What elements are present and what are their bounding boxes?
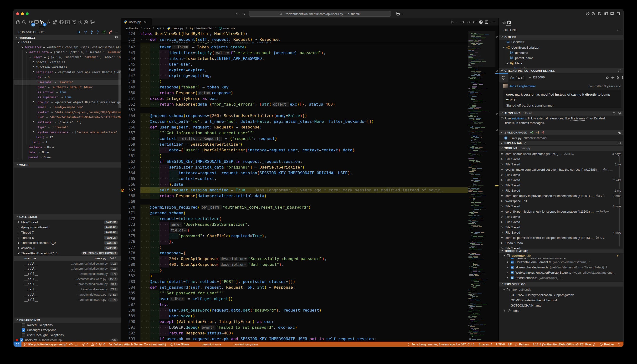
remote-indicator[interactable]	[14, 342, 22, 347]
status-blame[interactable]: Jens Langhammer, 3 years ago	[407, 342, 455, 347]
timeline-section-header[interactable]: TIMELINEusers.py	[499, 146, 624, 151]
outline-section-header[interactable]: OUTLINE	[499, 35, 624, 40]
breadcrumb-item-authentik[interactable]: authentik	[126, 26, 138, 30]
variables-row-is_superuser[interactable]: 'is_superuser' = True	[14, 95, 121, 100]
ellipsis-icon[interactable]	[114, 30, 118, 34]
ellipsis-icon[interactable]	[491, 20, 496, 24]
explorer-go-tools-row[interactable]: tools	[499, 308, 624, 313]
files-changed-section-header[interactable]: 1 FILE CHANGED+0~1-0	[499, 130, 624, 135]
todos-root-authentik[interactable]: authentik39	[499, 254, 624, 258]
variables-row-type[interactable]: 'type' = 'internal'	[14, 125, 121, 130]
explorer-go-section-header[interactable]: EXPLORER: GO	[499, 282, 624, 286]
timeline-item-12[interactable]: File Saved	[499, 214, 624, 219]
debug-continue-icon[interactable]	[77, 30, 81, 34]
timeline-item-2[interactable]: File Saved1 wk	[499, 162, 624, 167]
command-center[interactable]: ~/dev/authentik/authentik/core/api/users…	[249, 11, 391, 17]
call-stack-frame-call-2[interactable]: __call__.../enterprise/middleware.py39:1	[14, 266, 121, 271]
outline-item-attributes[interactable]: attributes	[499, 50, 624, 55]
variables-row-pk[interactable]: 'pk' = 6	[14, 74, 121, 80]
variables-row-initial_data[interactable]: initial_data = {'user': {'pk': 6, 'usern…	[14, 50, 121, 54]
breakpoint-row-2[interactable]: User Uncaught Exceptions	[14, 332, 121, 338]
outline-item-Meta[interactable]: Meta	[499, 60, 624, 66]
timeline-item-1[interactable]: File Saved	[499, 156, 624, 162]
timeline-item-13[interactable]: File Saved	[499, 219, 624, 224]
breakpoint-row-1[interactable]: Uncaught Exceptions	[14, 328, 121, 332]
variables-row-is_active[interactable]: 'is_active' = True	[14, 90, 121, 95]
arrow-left-icon[interactable]	[236, 12, 240, 16]
call-stack-frame-call-7[interactable]: __call__.../root/middleware.py275:1	[14, 292, 121, 297]
status-host[interactable]: beryjuio-home	[202, 342, 221, 347]
debug-restart-icon[interactable]	[102, 30, 106, 34]
timeline-item-7[interactable]: File Saved1 mo	[499, 188, 624, 193]
autolink-icon[interactable]	[612, 112, 616, 115]
variables-row-len[interactable]: len() = 1	[14, 140, 121, 145]
status-graph[interactable]	[75, 342, 78, 347]
breakpoint-row-0[interactable]: Raised Exceptions	[14, 322, 121, 328]
env-var-0[interactable]: GOENV=~/Library/Application Support/go/e…	[499, 292, 624, 298]
commit-files-group[interactable]: 12 ±	[509, 74, 526, 81]
layout-customize-icon[interactable]	[598, 12, 602, 16]
variables-row-username[interactable]: 'username' = 'akadmin'	[14, 80, 121, 84]
git-graph-icon[interactable]	[616, 76, 620, 80]
timeline-item-9[interactable]: Workspace Edit	[499, 198, 624, 204]
env-var-1[interactable]: GOMOD=~/dev/authentik/go.mod	[499, 298, 624, 303]
timeline-item-16[interactable]: core: fix permission check for scoped im…	[499, 235, 624, 240]
status-eol[interactable]: LF	[508, 342, 512, 347]
status-cursor-position[interactable]: Ln 567, Col 1	[456, 342, 475, 347]
breadcrumb-item-core[interactable]: core	[144, 26, 150, 30]
debug-step-into-icon[interactable]	[90, 30, 94, 34]
call-stack-frame-userme-0[interactable]: user_meusers.py567:1	[14, 256, 121, 261]
variables-row-parent[interactable]: parent = None	[14, 155, 121, 160]
gitlens-commit-details-header[interactable]: GITLENS: INSPECT: COMMIT DETAILS	[499, 68, 624, 73]
breadcrumb-item-userme[interactable]: user_me	[223, 26, 235, 30]
breakpoints-section-header[interactable]: BREAKPOINTS	[14, 318, 121, 323]
status-live-share[interactable]: Live Share	[170, 342, 189, 347]
copilot-button[interactable]	[396, 11, 404, 16]
prev-change-icon[interactable]	[460, 20, 464, 24]
breakpoint-checkbox[interactable]	[22, 323, 25, 327]
timeline-item-6[interactable]: File Saved	[499, 182, 624, 188]
jira-issues-link[interactable]: Jira issues	[570, 116, 585, 120]
env-var-2[interactable]: GOTOOLCHAIN=auto	[499, 303, 624, 308]
status-indentation[interactable]: Spaces: 4	[478, 342, 492, 347]
variables-row[interactable]: function variables	[14, 64, 121, 70]
explain-ai-section-header[interactable]: EXPLAIN (AI)	[499, 141, 624, 146]
todo-file-2[interactable]: TSak-search-select-view.ts(web/src/eleme…	[499, 264, 624, 270]
gitlens-graph-icon[interactable]	[479, 20, 483, 24]
status-branch[interactable]: lifecycle/fix-debugger-setup*	[24, 342, 73, 347]
panel-bottom-icon[interactable]	[610, 12, 614, 16]
variables-row-len[interactable]: len() = 12	[14, 135, 121, 140]
timeline-item-0[interactable]: core: search users' attributes (#12740) …	[499, 151, 624, 156]
timeline-item-15[interactable]: File Saved4 mos	[499, 230, 624, 235]
variables-row-avatar[interactable]: 'avatar' = 'data:image/svg+xml;base64,PH…	[14, 110, 121, 115]
timeline-item-11[interactable]: core: fix permission check for scoped im…	[499, 209, 624, 214]
settings-gear-icon[interactable]	[591, 12, 595, 16]
timeline-item-14[interactable]: File Saved	[499, 224, 624, 230]
outline-item-LOGGER[interactable]: LOGGER	[499, 40, 624, 45]
call-stack-section-header[interactable]: CALL STACK	[14, 214, 121, 220]
timeline-item-17[interactable]: Undo / Redo	[499, 240, 624, 246]
commit-author-name[interactable]: Jens Langhammer	[509, 84, 536, 88]
ellipsis-icon[interactable]	[617, 28, 621, 32]
debug-step-out-icon[interactable]	[96, 30, 100, 34]
status-language[interactable]: Python	[515, 342, 528, 347]
status-python-interpreter[interactable]: 3.12.8 ('authentik-xEAhpGPh-py3.12': Poe…	[532, 342, 595, 347]
variables-row-user[interactable]: 'user' = {'pk': 6, 'username': 'akadmin'…	[14, 54, 121, 60]
variables-row-label[interactable]: label = None	[14, 150, 121, 155]
call-stack-frame-call-8[interactable]: __call__.../root/middleware.py318:1	[14, 297, 121, 302]
commit-search-icon[interactable]	[501, 76, 506, 80]
variables-row-settings[interactable]: 'settings' = {'locale': ''}	[14, 120, 121, 125]
outline-item-parent_name[interactable]: parent_name	[499, 55, 624, 60]
refresh-icon[interactable]	[618, 69, 621, 73]
changed-file-row[interactable]: users.pyauthentik/core/api	[499, 136, 624, 141]
comment-discussion-icon[interactable]	[502, 20, 506, 24]
call-stack-thread-Thread-7[interactable]: Thread-7PAUSED	[14, 230, 121, 235]
status-ports[interactable]: 0	[99, 342, 105, 347]
gitlens-inspect-icon[interactable]	[507, 20, 511, 24]
variables-row[interactable]: Locals	[14, 40, 121, 44]
timeline-item-5[interactable]: File Saved2 wks	[499, 177, 624, 182]
activity-bar-containers[interactable]	[88, 18, 96, 26]
explorer-go-env-row[interactable]: envauthentik	[499, 287, 624, 292]
next-change-icon[interactable]	[473, 20, 477, 24]
variables-row-name[interactable]: 'name' = 'authentik Default Admin'	[14, 84, 121, 90]
